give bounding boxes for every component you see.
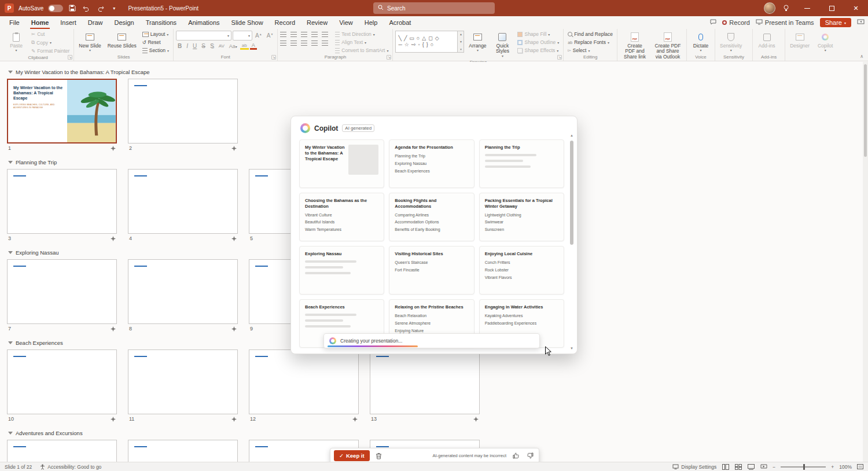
slide-thumbnail-7[interactable] <box>7 259 117 324</box>
shape-icon[interactable]: ◦ <box>418 42 420 47</box>
slide-sorter-view-button[interactable] <box>734 463 742 470</box>
shape-icon[interactable]: ◻ <box>428 36 432 41</box>
autosave-toggle[interactable] <box>48 5 63 12</box>
section-header[interactable]: Adventures and Excursions <box>8 430 868 436</box>
main-scrollbar-thumb[interactable] <box>864 64 867 157</box>
reset-button[interactable]: ↺Reset <box>141 39 171 46</box>
clipboard-dialog-launcher[interactable]: ↘ <box>68 55 72 60</box>
shape-gallery[interactable]: ╲╱▭○△◻◇ ─☆⇨◦{}○ <box>395 31 458 53</box>
slide-thumbnail-11[interactable] <box>128 349 238 414</box>
thumbs-up-button[interactable] <box>510 451 521 461</box>
font-color-button[interactable]: A <box>250 42 257 50</box>
zoom-level[interactable]: 100% <box>839 464 852 470</box>
main-scrollbar[interactable] <box>863 62 868 462</box>
section-button[interactable]: Section▾ <box>141 47 171 54</box>
copilot-slide-card[interactable]: Enjoying Local CuisineConch FrittersRock… <box>479 246 564 295</box>
text-shadow-button[interactable]: S <box>208 43 216 49</box>
dialog-scrollbar[interactable]: ▲ ▼ <box>569 134 575 350</box>
collapse-ribbon-icon[interactable]: ∧ <box>860 54 863 59</box>
minimize-button[interactable] <box>795 0 819 16</box>
copilot-slide-card[interactable]: Choosing the Bahamas as the DestinationV… <box>299 193 384 241</box>
reuse-slides-button[interactable]: Reuse Slides <box>105 31 139 50</box>
copilot-slide-card[interactable]: Packing Essentials for a Tropical Winter… <box>479 193 564 241</box>
quick-access-menu-icon[interactable]: ▾ <box>109 3 119 13</box>
convert-smartart-button[interactable]: Convert to SmartArt▾ <box>333 47 390 54</box>
tab-design[interactable]: Design <box>108 16 139 29</box>
strikethrough-button[interactable]: S <box>200 43 207 49</box>
copilot-slide-card[interactable]: My Winter Vacation to the Bahamas: A Tro… <box>299 139 384 188</box>
tab-acrobat[interactable]: Acrobat <box>383 16 417 29</box>
zoom-out-button[interactable]: − <box>773 464 775 470</box>
normal-view-button[interactable] <box>722 463 729 470</box>
shape-icon[interactable]: } <box>426 42 428 47</box>
shrink-font-button[interactable]: A▼ <box>265 32 275 39</box>
slide-thumbnail-13[interactable] <box>370 349 480 414</box>
shape-icon[interactable]: ─ <box>398 42 402 47</box>
fit-to-window-button[interactable] <box>857 464 863 469</box>
search-input[interactable]: Search <box>373 2 495 14</box>
shape-icon[interactable]: ╲ <box>398 36 401 41</box>
slide-thumbnail-15[interactable] <box>128 440 238 462</box>
display-settings-button[interactable]: Display Settings <box>672 464 716 470</box>
slideshow-view-button[interactable] <box>760 463 767 470</box>
create-pdf-share-link-button[interactable]: Create PDF and Share link <box>620 31 650 61</box>
gallery-more-icon[interactable]: ▾ <box>460 47 462 51</box>
zoom-slider-knob[interactable] <box>803 464 805 470</box>
section-header[interactable]: My Winter Vacation to the Bahamas: A Tro… <box>8 69 868 75</box>
grow-font-button[interactable]: A▲ <box>253 32 264 39</box>
copilot-slide-card[interactable]: Visiting Historical SitesQueen's Stairca… <box>389 246 474 295</box>
shape-icon[interactable]: ○ <box>431 42 433 47</box>
slide-thumbnail-1[interactable]: My Winter Vacation to the Bahamas: A Tro… <box>7 79 117 143</box>
decrease-indent-button[interactable] <box>301 32 307 37</box>
paragraph-dialog-launcher[interactable]: ↘ <box>387 55 391 60</box>
underline-button[interactable]: U <box>191 43 198 49</box>
slide-thumbnail-8[interactable] <box>128 259 238 324</box>
font-dialog-launcher[interactable]: ↘ <box>271 55 276 60</box>
accessibility-status[interactable]: Accessibility: Good to go <box>40 464 101 470</box>
copilot-slide-card[interactable]: Planning the Trip <box>479 139 564 188</box>
shape-fill-button[interactable]: Shape Fill▾ <box>516 31 561 38</box>
shape-icon[interactable]: ☆ <box>404 42 409 47</box>
powerpoint-app-icon[interactable]: P <box>5 3 14 13</box>
format-painter-button[interactable]: ✎Format Painter <box>30 47 71 54</box>
shape-icon[interactable]: ◇ <box>435 36 439 41</box>
copilot-slide-card[interactable]: Booking Flights and AccommodationsCompar… <box>389 193 474 241</box>
copilot-slide-card[interactable]: Exploring Nassau <box>299 246 384 295</box>
shape-icon[interactable]: ▭ <box>409 36 414 41</box>
tab-animations[interactable]: Animations <box>182 16 225 29</box>
slide-counter[interactable]: Slide 1 of 22 <box>5 464 32 470</box>
undo-icon[interactable] <box>82 3 91 13</box>
scroll-down-icon[interactable]: ▼ <box>569 347 575 350</box>
slide-thumbnail-10[interactable] <box>7 349 117 414</box>
tab-draw[interactable]: Draw <box>82 16 109 29</box>
text-direction-button[interactable]: Text Direction▾ <box>333 31 390 38</box>
tab-transitions[interactable]: Transitions <box>140 16 182 29</box>
slide-thumbnail-14[interactable] <box>7 440 117 462</box>
copilot-ribbon-button[interactable]: Copilot▾ <box>814 31 837 54</box>
gallery-down-icon[interactable]: ▼ <box>459 40 462 43</box>
keep-it-button[interactable]: ✓ Keep it <box>334 450 370 461</box>
quick-styles-button[interactable]: QuickStyles▾ <box>491 31 514 59</box>
slide-thumbnail-2[interactable] <box>128 79 238 143</box>
columns-button[interactable] <box>322 41 328 46</box>
layout-button[interactable]: Layout▾ <box>141 31 171 38</box>
find-replace-button[interactable]: Find and Replace <box>566 31 615 38</box>
tips-icon[interactable] <box>781 3 790 13</box>
bold-button[interactable]: B <box>176 43 183 49</box>
addins-button[interactable]: Add-ins <box>755 31 778 50</box>
justify-button[interactable] <box>311 41 318 46</box>
close-button[interactable]: ✕ <box>844 0 868 16</box>
bullets-button[interactable] <box>280 32 286 37</box>
character-spacing-button[interactable]: AV <box>217 43 226 49</box>
tab-record[interactable]: Record <box>269 16 301 29</box>
align-text-button[interactable]: Align Text▾ <box>333 39 390 46</box>
tab-review[interactable]: Review <box>301 16 333 29</box>
paste-button[interactable]: Paste▾ <box>5 31 28 54</box>
italic-button[interactable]: I <box>185 43 190 49</box>
slide-thumbnail-12[interactable] <box>249 349 359 414</box>
presenter-icon[interactable] <box>857 19 865 27</box>
new-slide-button[interactable]: New Slide▾ <box>76 31 103 54</box>
tab-help[interactable]: Help <box>359 16 384 29</box>
font-name-combo[interactable]: ▾ <box>176 31 231 41</box>
align-left-button[interactable] <box>280 41 286 46</box>
